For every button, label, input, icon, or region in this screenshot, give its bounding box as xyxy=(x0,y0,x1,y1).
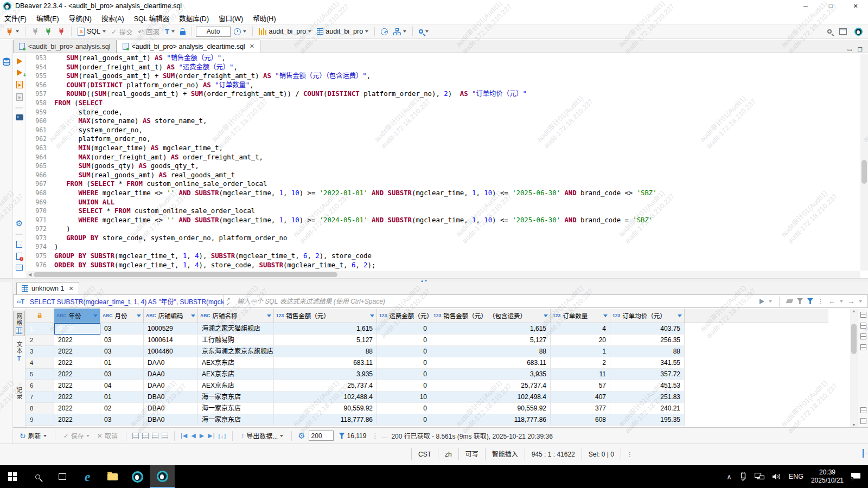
cell[interactable]: DBA0 xyxy=(144,403,198,414)
cell[interactable]: 90,559.92 xyxy=(274,403,377,414)
cell[interactable]: 0 xyxy=(377,369,431,380)
cell[interactable]: 01 xyxy=(100,357,144,369)
cell[interactable]: 03 xyxy=(100,335,144,346)
first-page-button[interactable]: |◀ xyxy=(181,432,188,439)
cell[interactable]: DAA0 xyxy=(144,369,198,380)
cell[interactable]: 608 xyxy=(551,414,610,426)
maximize-view-icon[interactable]: ❒ xyxy=(858,47,863,53)
code-line-972[interactable]: 972 ) xyxy=(26,224,860,234)
maximize-button[interactable]: □ xyxy=(818,0,843,12)
column-header-3[interactable]: ABC店铺名称 xyxy=(198,309,274,323)
scroll-left-icon[interactable]: ◀ xyxy=(26,272,34,277)
row-number[interactable]: 5 xyxy=(25,369,54,380)
filter-settings-icon[interactable] xyxy=(807,298,813,304)
code-line-953[interactable]: 953 SUM(real_goods_amt_t) AS "销售金额（元）", xyxy=(26,54,860,63)
cell[interactable]: DBA0 xyxy=(144,391,198,403)
code-line-975[interactable]: 975GROUP BY SUBSTR(mgclear_time_t, 1, 4)… xyxy=(26,252,860,261)
cell[interactable]: 2022 xyxy=(54,335,100,346)
code-line-960[interactable]: 960 MAX(store_name) AS store_name_t, xyxy=(26,117,860,126)
dbeaver-taskbar-button[interactable] xyxy=(125,465,150,488)
code-line-974[interactable]: 974) xyxy=(26,242,860,252)
perspective-icon[interactable] xyxy=(839,28,847,35)
cell[interactable]: 118,777.86 xyxy=(431,414,551,426)
new-connection-button[interactable] xyxy=(3,27,21,37)
cell[interactable]: 88 xyxy=(610,346,685,357)
cell[interactable]: 海澜之家天猫旗舰店 xyxy=(198,323,274,335)
row-number[interactable]: 8 xyxy=(25,403,54,414)
cell[interactable]: 0 xyxy=(377,403,431,414)
internet-explorer-button[interactable]: e xyxy=(75,465,100,488)
cell[interactable]: 1,615 xyxy=(431,323,551,335)
cell[interactable]: 0 xyxy=(377,414,431,426)
clock[interactable]: 20:39 2025/10/21 xyxy=(811,468,844,485)
cell[interactable]: 90,559.92 xyxy=(431,403,551,414)
overflow-icon[interactable]: … xyxy=(381,432,388,440)
search-button[interactable] xyxy=(417,28,431,35)
code-line-955[interactable]: 955 SUM(real_goods_amt_t) + SUM(order_fr… xyxy=(26,72,860,81)
cell[interactable]: 357.72 xyxy=(610,369,685,380)
code-line-967[interactable]: 967 FROM (SELECT * FROM custom_online_sa… xyxy=(26,179,860,189)
column-filter-icon[interactable] xyxy=(93,314,98,317)
presentation-tab-文本[interactable]: 文本T xyxy=(14,339,24,363)
task-view-button[interactable] xyxy=(50,465,75,488)
execute-statement-button[interactable] xyxy=(17,58,22,65)
column-filter-icon[interactable] xyxy=(267,314,271,317)
cell[interactable]: 88 xyxy=(274,346,377,357)
schema-select[interactable]: audit_bi_pro xyxy=(315,27,371,36)
status-overflow-icon[interactable]: ⋮ xyxy=(627,451,633,458)
cell[interactable]: AEX京东店 xyxy=(198,357,274,369)
presentation-tab-记录[interactable]: 记录 xyxy=(14,385,24,401)
cell[interactable]: 2022 xyxy=(54,369,100,380)
history-back-icon[interactable]: ← xyxy=(828,298,835,305)
cell[interactable]: 25,737.4 xyxy=(431,380,551,391)
row-number[interactable]: 3 xyxy=(25,346,54,357)
metadata-panel-icon[interactable] xyxy=(860,323,866,329)
table-row[interactable]: 22022031000614工行融易购5,12705,12720256.35 xyxy=(25,335,828,346)
column-header-5[interactable]: 123运费金额（元） xyxy=(377,309,431,323)
cell[interactable]: 海一家京东店 xyxy=(198,403,274,414)
code-line-962[interactable]: 962 platform_order_no, xyxy=(26,134,860,144)
file-explorer-button[interactable] xyxy=(100,465,125,488)
results-vertical-scrollbar[interactable]: ▲ ▼ xyxy=(850,309,858,427)
cell[interactable]: AEX京东店 xyxy=(198,380,274,391)
next-page-button[interactable]: ▶ xyxy=(200,432,205,439)
cell[interactable]: 195.35 xyxy=(610,414,685,426)
commit-button[interactable]: ✓ 提交 xyxy=(109,25,135,38)
table-row[interactable]: 7202201DBA0海一家京东店102,488.410102,498.4407… xyxy=(25,391,828,403)
references-panel-icon[interactable] xyxy=(860,344,866,350)
cell[interactable]: 118,777.86 xyxy=(274,414,377,426)
code-line-973[interactable]: 973 GROUP BY store_code, system_order_no… xyxy=(26,234,860,243)
cell[interactable]: 0 xyxy=(377,357,431,369)
cell[interactable]: 2022 xyxy=(54,346,100,357)
results-tab-unknown-1[interactable]: unknown 1 ✕ xyxy=(16,282,79,294)
cell[interactable]: 0 xyxy=(377,380,431,391)
chevron-down-icon[interactable] xyxy=(840,300,843,303)
fetch-size-input[interactable] xyxy=(309,431,334,441)
cell[interactable]: 03 xyxy=(100,414,144,426)
code-line-965[interactable]: 965 SUM(goods_qty) AS goods_qty_t, xyxy=(26,162,860,171)
close-results-tab-icon[interactable]: ✕ xyxy=(68,285,73,292)
cell[interactable]: 海一家京东店 xyxy=(198,391,274,403)
code-line-958[interactable]: 958FROM (SELECT xyxy=(26,99,860,108)
cell[interactable]: 0 xyxy=(377,323,431,335)
cell[interactable]: 4 xyxy=(551,323,610,335)
menu-item-1[interactable]: 编辑(E) xyxy=(36,12,65,24)
cell[interactable]: 2022 xyxy=(54,380,100,391)
code-line-956[interactable]: 956 COUNT(DISTINCT platform_order_no) AS… xyxy=(26,81,860,90)
cell[interactable]: 2022 xyxy=(54,391,100,403)
sql-console-icon[interactable]: >_ xyxy=(16,114,23,120)
cell[interactable]: 03 xyxy=(100,346,144,357)
cell[interactable]: 03 xyxy=(100,369,144,380)
execute-in-new-tab-button[interactable] xyxy=(17,69,22,76)
scrollbar-thumb[interactable] xyxy=(34,272,337,277)
cell[interactable]: 25,737.4 xyxy=(274,380,377,391)
column-filter-icon[interactable] xyxy=(191,314,195,317)
calc-panel-icon[interactable] xyxy=(860,333,866,339)
table-row[interactable]: 8202202DBA0海一家京东店90,559.92090,559.923772… xyxy=(25,403,828,414)
transaction-log-button[interactable]: T xyxy=(163,27,177,36)
taskbar-search-button[interactable] xyxy=(25,465,50,488)
column-filter-icon[interactable] xyxy=(137,314,141,317)
apply-filter-play-icon[interactable] xyxy=(760,299,764,304)
column-header-1[interactable]: ABC月份 xyxy=(100,309,144,323)
dashboard-button[interactable] xyxy=(379,27,390,36)
